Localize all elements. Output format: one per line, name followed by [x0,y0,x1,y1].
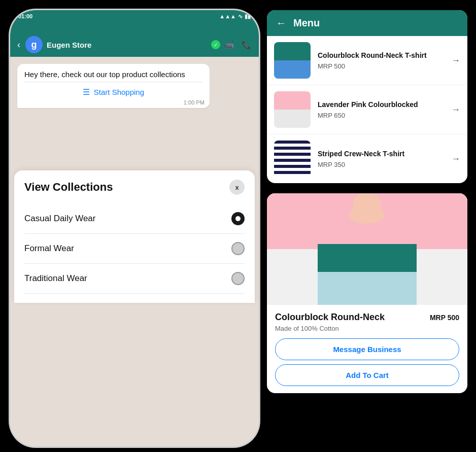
menu-card: ← Menu Colourblock Round-Neck T-shirt MR… [267,10,467,183]
battery-icon: ▮▮ [245,13,251,20]
menu-header: ← Menu [267,10,467,36]
store-name: Eugen Store [47,41,209,49]
product-card-price: MRP 500 [430,314,459,322]
phone-frame: 01:00 ▲▲▲ ∿ ▮▮ ‹ g Eugen Store ✓ 📹 📞 [10,10,259,446]
menu-title: Menu [293,17,320,29]
product-thumb-2 [274,91,311,128]
add-to-cart-button[interactable]: Add To Cart [275,364,459,386]
message-text: Hey there, check out our top product col… [24,69,202,80]
start-shopping-label: Start Shopping [94,88,144,96]
radio-formal[interactable] [231,242,245,255]
svg-rect-3 [318,272,417,305]
menu-back-icon[interactable]: ← [276,17,286,29]
collections-title: View Collections [24,181,113,194]
collection-label-casual: Casual Daily Wear [24,214,95,224]
chat-area: Hey there, check out our top product col… [10,57,259,158]
product-card-image [267,193,467,305]
video-icon[interactable]: 📹 [224,40,234,50]
tshirt-image-3 [274,141,311,177]
product-price-3: MRP 350 [318,161,444,168]
product-card-name: Colourblock Round-Neck [275,312,385,323]
product-info-2: Lavender Pink Colourblocked MRP 650 [318,100,444,119]
start-shopping-button[interactable]: ☰ Start Shopping [24,84,202,97]
call-icons: 📹 📞 [224,40,252,50]
product-thumb-1 [274,42,311,79]
verified-badge: ✓ [211,40,220,49]
right-panel: ← Menu Colourblock Round-Neck T-shirt MR… [267,10,467,393]
status-time: 01:00 [18,13,32,19]
collections-popup: View Collections x Casual Daily Wear For… [14,170,255,303]
product-card-svg [267,193,467,305]
radio-traditional[interactable] [231,272,245,285]
close-icon: x [235,184,239,191]
store-avatar: g [25,36,43,53]
product-card-body: Colourblock Round-Neck MRP 500 Made of 1… [267,305,467,393]
status-icons: ▲▲▲ ∿ ▮▮ [219,13,251,20]
collection-item-formal[interactable]: Formal Wear [24,234,245,264]
radio-dot-casual [235,216,241,221]
tshirt-image-2 [274,91,311,128]
back-arrow-icon[interactable]: ‹ [17,40,20,50]
message-time: 1:00 PM [184,99,205,106]
phone-wrapper: 01:00 ▲▲▲ ∿ ▮▮ ‹ g Eugen Store ✓ 📹 📞 [10,10,259,446]
message-bubble: Hey there, check out our top product col… [17,64,210,108]
product-info-3: Striped Crew-Neck T-shirt MRP 350 [318,149,444,168]
collection-item-traditional[interactable]: Traditional Wear [24,264,245,294]
message-divider [24,82,202,82]
product-row-1[interactable]: Colourblock Round-Neck T-shirt MRP 500 → [267,36,467,85]
product-row-2[interactable]: Lavender Pink Colourblocked MRP 650 → [267,85,467,134]
list-icon: ☰ [83,87,90,97]
collection-item-casual[interactable]: Casual Daily Wear [24,204,245,234]
tshirt-image-1 [274,42,311,79]
phone-screen: 01:00 ▲▲▲ ∿ ▮▮ ‹ g Eugen Store ✓ 📹 📞 [10,10,259,446]
product-price-1: MRP 500 [318,62,444,70]
signal-icon: ▲▲▲ [219,13,236,19]
product-card-info-row: Colourblock Round-Neck MRP 500 [275,312,459,323]
collection-label-formal: Formal Wear [24,244,74,254]
wifi-icon: ∿ [238,13,243,20]
close-collections-button[interactable]: x [229,180,245,195]
radio-casual[interactable] [231,212,245,225]
product-row-3[interactable]: Striped Crew-Neck T-shirt MRP 350 → [267,134,467,183]
svg-point-5 [353,193,381,217]
product-arrow-1[interactable]: → [451,55,460,66]
product-price-2: MRP 650 [318,112,444,119]
whatsapp-topbar: ‹ g Eugen Store ✓ 📹 📞 [10,22,259,57]
product-name-2: Lavender Pink Colourblocked [318,100,444,109]
collections-header: View Collections x [24,180,245,195]
collection-label-traditional: Traditional Wear [24,273,87,284]
product-detail-card: Colourblock Round-Neck MRP 500 Made of 1… [267,193,467,393]
product-arrow-2[interactable]: → [451,105,460,115]
message-business-button[interactable]: Message Business [275,338,459,360]
status-bar: 01:00 ▲▲▲ ∿ ▮▮ [10,10,259,22]
product-name-1: Colourblock Round-Neck T-shirt [318,51,444,60]
product-card-description: Made of 100% Cotton [275,325,459,332]
product-arrow-3[interactable]: → [451,154,460,164]
product-info-1: Colourblock Round-Neck T-shirt MRP 500 [318,51,444,69]
phone-icon[interactable]: 📞 [242,40,252,50]
product-thumb-3 [274,141,311,177]
product-name-3: Striped Crew-Neck T-shirt [318,149,444,158]
